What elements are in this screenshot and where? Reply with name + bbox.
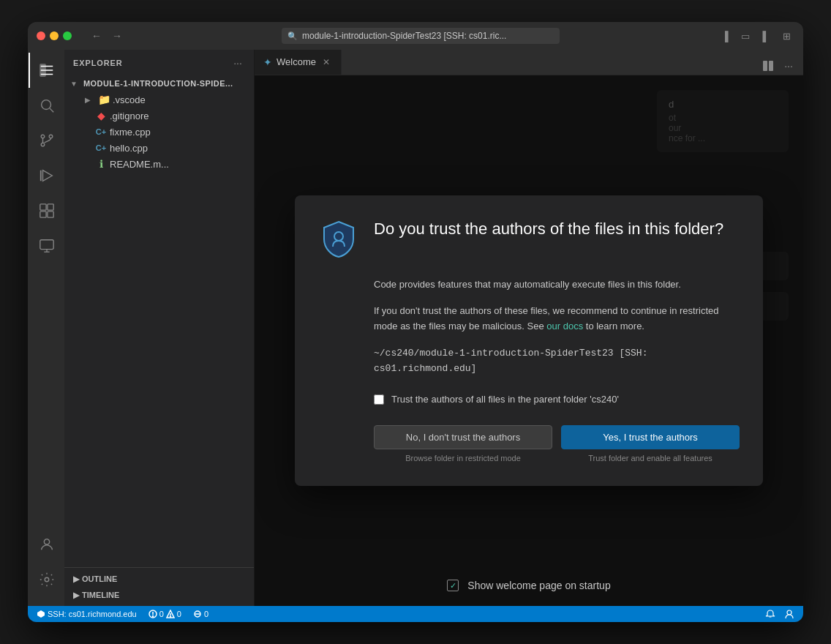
toggle-panel-button[interactable]: ▭ [737,28,753,44]
more-actions-tab-button[interactable]: ··· [780,57,797,75]
svg-point-5 [41,143,45,146]
sidebar-actions: ··· [230,56,245,70]
gitignore-filename: .gitignore [110,111,148,121]
tree-folder-root[interactable]: ▼ MODULE-1-INTRODUCTION-SPIDE... [64,75,254,91]
status-noconfig[interactable]: 0 [190,606,211,622]
tree-item-vscode[interactable]: ▶ 📁 .vscode [64,91,254,108]
status-ssh-label: SSH: cs01.richmond.edu [48,610,137,618]
dialog-buttons: No, I don't trust the authors Browse fol… [374,425,740,463]
sidebar-section-outline[interactable]: ▶ OUTLINE [64,571,254,587]
main-layout: Explorer ··· ▼ MODULE-1-INTRODUCTION-SPI… [28,50,803,606]
dialog-para2-end: to learn more. [583,321,644,332]
status-accounts-status[interactable] [781,609,797,619]
readme-icon: ℹ [95,158,107,170]
warning-icon [166,610,175,618]
no-trust-group: No, I don't trust the authors Browse fol… [374,425,552,463]
forward-button[interactable]: → [110,30,124,42]
svg-point-3 [41,135,45,138]
back-button[interactable]: ← [89,30,104,42]
title-bar-right: ▐ ▭ ▌ ⊞ [717,28,794,44]
svg-point-27 [170,616,170,617]
tree-item-hello[interactable]: C+ hello.cpp [64,140,254,156]
activity-item-explorer[interactable] [29,53,64,88]
dialog-body: Code provides features that may automati… [374,277,740,463]
timeline-label: TIMELINE [82,591,119,599]
sidebar: Explorer ··· ▼ MODULE-1-INTRODUCTION-SPI… [64,50,255,606]
tab-bar: ✦ Welcome ✕ ··· [255,50,803,75]
editor-content: d otournce for ... dam... odu... [255,75,803,606]
split-editor-button[interactable] [759,57,777,75]
trust-parent-checkbox[interactable] [374,394,384,405]
svg-rect-0 [40,64,45,77]
tree-item-gitignore[interactable]: ◆ .gitignore [64,108,254,124]
trust-dialog: Do you trust the authors of the files in… [295,195,763,487]
activity-item-remote-explorer[interactable] [29,228,64,263]
sidebar-section-timeline[interactable]: ▶ TIMELINE [64,587,254,603]
title-center: 🔍 module-1-introduction-SpiderTest23 [SS… [130,28,711,44]
fixme-filename: fixme.cpp [110,127,151,138]
modal-overlay: Do you trust the authors of the files in… [255,75,803,606]
customize-layout-button[interactable]: ⊞ [778,28,794,44]
activity-item-source-control[interactable] [29,123,64,158]
svg-rect-12 [48,211,53,217]
toggle-sidebar-button[interactable]: ▐ [717,28,733,44]
maximize-button[interactable] [63,31,72,40]
search-bar-text: module-1-introduction-SpiderTest23 [SSH:… [302,31,506,41]
noconfig-count: 0 [204,610,208,618]
hello-filename: hello.cpp [110,143,148,154]
tab-welcome[interactable]: ✦ Welcome ✕ [255,50,342,75]
tab-welcome-close[interactable]: ✕ [320,56,332,68]
dialog-checkbox-row: Trust the authors of all files in the pa… [374,394,740,405]
gitignore-icon: ◆ [95,110,107,121]
status-errors[interactable]: 0 0 [146,606,184,622]
root-folder-name: MODULE-1-INTRODUCTION-SPIDE... [83,79,233,88]
noconfig-icon [193,610,202,618]
sidebar-header: Explorer ··· [64,50,254,75]
activity-item-search[interactable] [29,88,64,123]
status-ssh[interactable]: SSH: cs01.richmond.edu [34,606,140,622]
close-button[interactable] [37,31,45,40]
startup-checkbox[interactable]: ✓ [447,580,459,591]
activity-item-accounts[interactable] [29,527,64,562]
activity-item-extensions[interactable] [29,193,64,228]
error-count: 0 [159,610,164,618]
svg-rect-11 [40,211,46,217]
outline-arrow: ▶ [73,574,79,584]
svg-point-17 [45,577,49,582]
dialog-para1: Code provides features that may automati… [374,277,740,293]
svg-marker-21 [37,610,45,618]
sidebar-more-actions[interactable]: ··· [230,56,245,70]
svg-rect-13 [40,240,53,250]
svg-rect-10 [48,204,53,210]
yes-trust-button[interactable]: Yes, I trust the authors [561,425,740,449]
command-palette[interactable]: 🔍 module-1-introduction-SpiderTest23 [SS… [282,28,560,44]
dialog-docs-link[interactable]: our docs [546,321,583,332]
minimize-button[interactable] [50,31,59,40]
welcome-footer: ✓ Show welcome page on startup [255,580,803,591]
yes-trust-subtitle: Trust folder and enable all features [588,454,712,463]
trust-parent-label[interactable]: Trust the authors of all files in the pa… [391,394,619,405]
folder-arrow: ▼ [70,80,80,88]
svg-rect-19 [769,61,773,71]
activity-item-settings[interactable] [29,562,64,597]
svg-point-31 [787,610,791,615]
file-tree: ▼ MODULE-1-INTRODUCTION-SPIDE... ▶ 📁 .vs… [64,75,254,567]
vscode-folder-name: .vscode [113,94,146,105]
svg-line-2 [50,108,53,112]
tab-welcome-label: Welcome [277,56,316,67]
folder-icon: 📁 [98,94,110,105]
tree-item-fixme[interactable]: C+ fixme.cpp [64,124,254,140]
traffic-lights [37,31,72,40]
svg-point-1 [42,100,51,110]
svg-point-24 [152,616,153,617]
activity-item-run[interactable] [29,158,64,193]
search-icon: 🔍 [287,31,298,41]
no-trust-button[interactable]: No, I don't trust the authors [374,425,552,449]
dialog-header: Do you trust the authors of the files in… [318,219,740,260]
dialog-path: ~/cs240/module-1-introduction-SpiderTest… [374,346,740,377]
cpp-icon: C+ [95,127,107,136]
no-trust-subtitle: Browse folder in restricted mode [405,454,521,463]
tree-item-readme[interactable]: ℹ README.m... [64,156,254,172]
status-notifications[interactable] [762,609,778,619]
toggle-secondary-sidebar-button[interactable]: ▌ [758,28,774,44]
